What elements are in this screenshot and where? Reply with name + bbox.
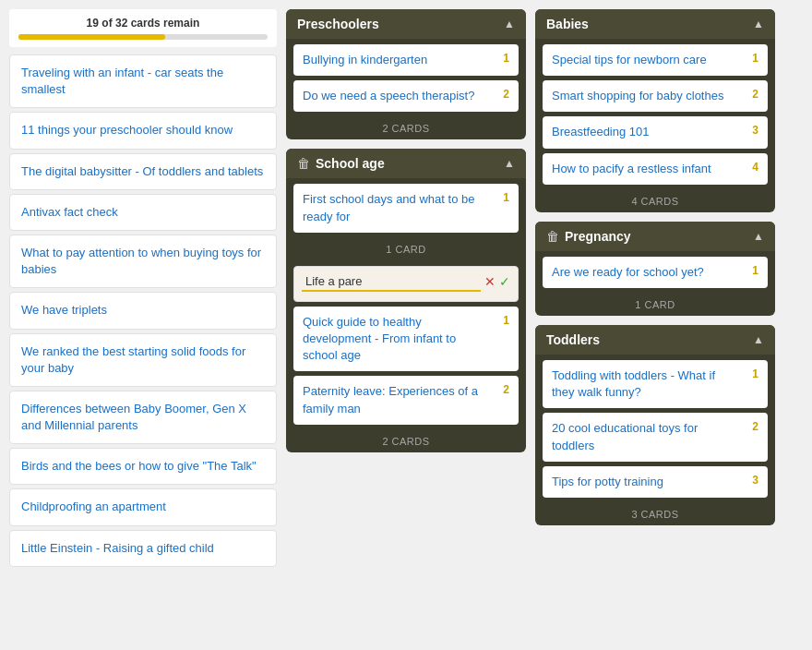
item-text: How to pacify a restless infant	[552, 161, 740, 177]
item-text: First school days and what to be ready f…	[303, 191, 491, 224]
school-age-header: 🗑 School age ▲	[286, 149, 526, 178]
list-item[interactable]: Breastfeeding 101 3	[543, 116, 768, 148]
preschoolers-body: Bullying in kindergarten 1 Do we need a …	[286, 39, 526, 117]
list-item[interactable]: Special tips for newborn care 1	[543, 44, 768, 76]
item-num: 4	[747, 161, 758, 174]
toddlers-title: Toddlers	[546, 332, 600, 347]
left-panel: 19 of 32 cards remain Traveling with an …	[9, 9, 277, 641]
pregnancy-trash-icon[interactable]: 🗑	[546, 229, 559, 244]
app-container: 19 of 32 cards remain Traveling with an …	[0, 0, 812, 650]
preschoolers-collapse-icon[interactable]: ▲	[504, 18, 515, 30]
left-list-item[interactable]: Childproofing an apartment	[9, 488, 277, 525]
babies-body: Special tips for newborn care 1 Smart sh…	[535, 39, 775, 190]
list-item[interactable]: First school days and what to be ready f…	[293, 184, 519, 232]
preschoolers-card: Preschoolers ▲ Bullying in kindergarten …	[286, 9, 526, 139]
edit-confirm-icon[interactable]: ✓	[499, 274, 510, 289]
toddlers-header: Toddlers ▲	[535, 325, 775, 355]
item-text: Quick guide to healthy development - Fro…	[303, 314, 491, 365]
pregnancy-header: 🗑 Pregnancy ▲	[535, 222, 775, 251]
progress-fill	[18, 34, 165, 40]
item-num: 1	[498, 191, 509, 204]
left-list-item[interactable]: Traveling with an infant - car seats the…	[9, 54, 277, 108]
progress-of: of	[102, 17, 112, 30]
item-text: Toddling with toddlers - What if they wa…	[552, 367, 740, 401]
school-age-editing-body: ✕ ✓ Quick guide to healthy development -…	[286, 260, 526, 430]
left-list-item[interactable]: We ranked the best starting solid foods …	[9, 333, 277, 387]
pregnancy-title: Pregnancy	[565, 229, 631, 244]
progress-track	[18, 34, 268, 40]
babies-card: Babies ▲ Special tips for newborn care 1…	[535, 9, 775, 212]
editing-item: ✕ ✓	[293, 266, 519, 302]
item-num: 2	[498, 88, 509, 101]
babies-header: Babies ▲	[535, 9, 775, 39]
left-list-item[interactable]: What to pay attention to when buying toy…	[9, 235, 277, 288]
toddlers-collapse-icon[interactable]: ▲	[753, 333, 764, 346]
item-text: Breastfeeding 101	[552, 124, 740, 140]
school-age-card: 🗑 School age ▲ First school days and wha…	[286, 149, 526, 451]
left-list-item[interactable]: Antivax fact check	[9, 194, 277, 231]
item-num: 3	[747, 124, 758, 137]
left-list: Traveling with an infant - car seats the…	[9, 54, 277, 567]
preschoolers-header: Preschoolers ▲	[286, 9, 526, 39]
item-text: Paternity leave: Experiences of a family…	[303, 383, 491, 416]
toddlers-card: Toddlers ▲ Toddling with toddlers - What…	[535, 325, 775, 525]
list-item[interactable]: Smart shopping for baby clothes 2	[543, 80, 768, 112]
list-item[interactable]: 20 cool educational toys for toddlers 2	[543, 413, 768, 461]
right-panel: Babies ▲ Special tips for newborn care 1…	[535, 9, 775, 641]
school-age-footer2: 2 CARDS	[286, 430, 526, 452]
left-list-item[interactable]: The digital babysitter - Of toddlers and…	[9, 153, 277, 190]
progress-container: 19 of 32 cards remain	[9, 9, 277, 47]
school-age-footer: 1 CARD	[286, 238, 526, 260]
pregnancy-body: Are we ready for school yet? 1	[535, 251, 775, 294]
preschoolers-title: Preschoolers	[297, 17, 379, 31]
item-num: 1	[498, 314, 509, 327]
middle-panel: Preschoolers ▲ Bullying in kindergarten …	[286, 9, 526, 641]
progress-label: 19 of 32 cards remain	[18, 17, 268, 30]
list-item[interactable]: Toddling with toddlers - What if they wa…	[543, 360, 768, 408]
babies-collapse-icon[interactable]: ▲	[753, 18, 764, 30]
item-text: Tips for potty training	[552, 474, 740, 490]
list-item[interactable]: Quick guide to healthy development - Fro…	[293, 307, 519, 372]
editing-input[interactable]	[302, 272, 481, 292]
babies-footer: 4 CARDS	[535, 190, 775, 212]
list-item[interactable]: Paternity leave: Experiences of a family…	[293, 376, 519, 424]
school-age-trash-icon[interactable]: 🗑	[297, 156, 310, 171]
toddlers-footer: 3 CARDS	[535, 503, 775, 525]
editing-row: ✕ ✓	[302, 272, 510, 292]
progress-text: cards remain	[131, 17, 200, 30]
left-list-item[interactable]: Little Einstein - Raising a gifted child	[9, 530, 277, 567]
item-num: 2	[498, 383, 509, 396]
edit-cancel-icon[interactable]: ✕	[484, 274, 496, 289]
item-text: Are we ready for school yet?	[552, 264, 740, 281]
school-age-title: School age	[316, 156, 385, 171]
pregnancy-footer: 1 CARD	[535, 294, 775, 316]
pregnancy-collapse-icon[interactable]: ▲	[753, 230, 764, 243]
school-age-body: First school days and what to be ready f…	[286, 178, 526, 237]
list-item[interactable]: How to pacify a restless infant 4	[543, 153, 768, 185]
item-text: Smart shopping for baby clothes	[552, 88, 740, 104]
pregnancy-card: 🗑 Pregnancy ▲ Are we ready for school ye…	[535, 222, 775, 316]
item-num: 2	[747, 88, 758, 101]
list-item[interactable]: Tips for potty training 3	[543, 466, 768, 498]
progress-total: 32	[115, 17, 127, 30]
left-list-item[interactable]: Birds and the bees or how to give "The T…	[9, 448, 277, 485]
item-num: 1	[498, 52, 509, 65]
item-num: 1	[747, 52, 758, 65]
item-text: Special tips for newborn care	[552, 52, 740, 68]
toddlers-body: Toddling with toddlers - What if they wa…	[535, 355, 775, 503]
item-text: Bullying in kindergarten	[303, 52, 491, 68]
list-item[interactable]: Bullying in kindergarten 1	[293, 44, 519, 76]
item-text: Do we need a speech therapist?	[303, 88, 491, 104]
left-list-item[interactable]: Differences between Baby Boomer, Gen X a…	[9, 391, 277, 444]
item-text: 20 cool educational toys for toddlers	[552, 420, 740, 453]
left-list-item[interactable]: We have triplets	[9, 292, 277, 329]
item-num: 1	[747, 264, 758, 277]
list-item[interactable]: Do we need a speech therapist? 2	[293, 80, 519, 112]
left-list-item[interactable]: 11 things your preschooler should know	[9, 112, 277, 149]
item-num: 1	[747, 367, 758, 380]
babies-title: Babies	[546, 17, 589, 31]
progress-current: 19	[87, 17, 99, 30]
list-item[interactable]: Are we ready for school yet? 1	[543, 257, 768, 288]
school-age-collapse-icon[interactable]: ▲	[504, 157, 515, 170]
preschoolers-footer: 2 CARDS	[286, 117, 526, 139]
